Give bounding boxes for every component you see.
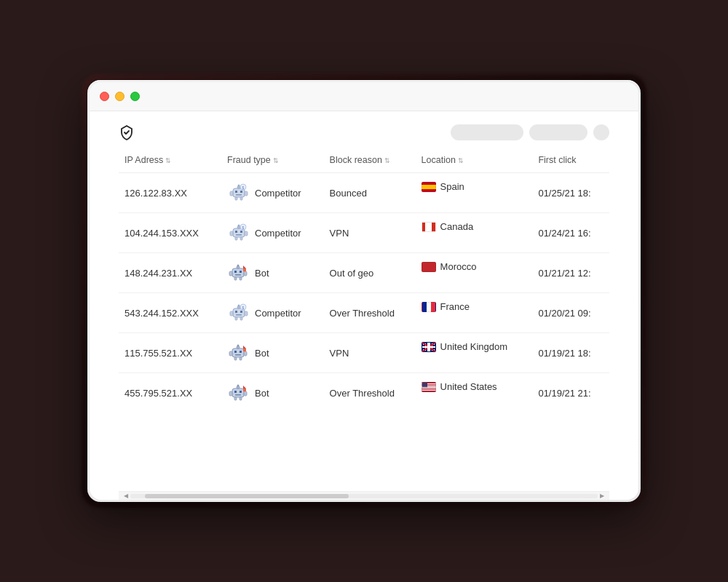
logo-icon bbox=[119, 124, 135, 140]
svg-point-51 bbox=[237, 345, 240, 347]
header bbox=[90, 111, 638, 148]
svg-rect-58 bbox=[240, 391, 242, 393]
svg-rect-36 bbox=[240, 311, 242, 313]
svg-point-61 bbox=[237, 385, 240, 387]
table-scroll-wrapper: IP Adress⇅Fraud type⇅Block reason⇅Locati… bbox=[119, 148, 609, 491]
fraud-type-label: Competitor bbox=[255, 308, 301, 319]
column-header-block_reason[interactable]: Block reason⇅ bbox=[324, 148, 416, 173]
svg-rect-63 bbox=[244, 391, 247, 396]
svg-point-5 bbox=[238, 185, 240, 187]
cell-first-click: 01/25/21 18: bbox=[532, 173, 609, 213]
table-row[interactable]: 148.244.231.XX BotOut of geoMorocco01/21… bbox=[119, 253, 609, 293]
svg-rect-55 bbox=[240, 357, 242, 360]
location-name: Canada bbox=[440, 221, 474, 232]
sort-icon-ip[interactable]: ⇅ bbox=[165, 157, 171, 164]
header-control-2[interactable] bbox=[529, 124, 587, 140]
svg-rect-27 bbox=[235, 274, 241, 276]
cell-ip: 104.244.153.XXX bbox=[119, 213, 221, 253]
cell-location: Spain bbox=[416, 173, 533, 200]
cell-ip: 543.244.152.XXX bbox=[119, 293, 221, 333]
svg-rect-35 bbox=[235, 311, 237, 313]
svg-point-29 bbox=[237, 265, 240, 267]
svg-rect-30 bbox=[229, 271, 232, 276]
sort-icon-block_reason[interactable]: ⇅ bbox=[384, 157, 390, 164]
location-name: Spain bbox=[440, 181, 464, 192]
svg-text:$: $ bbox=[242, 306, 245, 310]
cell-fraud-type: Bot bbox=[221, 373, 324, 413]
svg-rect-9 bbox=[240, 197, 242, 200]
svg-rect-59 bbox=[235, 394, 241, 396]
svg-rect-2 bbox=[240, 191, 242, 193]
column-header-ip[interactable]: IP Adress⇅ bbox=[119, 148, 221, 173]
data-table: IP Adress⇅Fraud type⇅Block reason⇅Locati… bbox=[119, 148, 609, 412]
scroll-right-arrow[interactable]: ▶ bbox=[598, 492, 606, 501]
svg-rect-43 bbox=[240, 317, 242, 320]
table-container: IP Adress⇅Fraud type⇅Block reason⇅Locati… bbox=[90, 148, 638, 500]
logo bbox=[119, 124, 141, 140]
browser-window: IP Adress⇅Fraud type⇅Block reason⇅Locati… bbox=[90, 82, 638, 500]
cell-first-click: 01/20/21 09: bbox=[532, 293, 609, 333]
cell-block-reason: VPN bbox=[324, 213, 416, 253]
flag-spain bbox=[422, 182, 436, 192]
cell-ip: 126.122.83.XX bbox=[119, 173, 221, 213]
maximize-button[interactable] bbox=[130, 92, 140, 101]
cell-block-reason: Over Threshold bbox=[324, 293, 416, 333]
svg-rect-20 bbox=[235, 237, 237, 240]
cell-location: United States bbox=[416, 373, 533, 400]
header-controls bbox=[451, 124, 609, 140]
cell-block-reason: VPN bbox=[324, 333, 416, 373]
svg-rect-33 bbox=[240, 277, 242, 280]
flag-france bbox=[422, 302, 436, 312]
table-row[interactable]: 115.755.521.XX BotVPNUnited Kingdom01/19… bbox=[119, 333, 609, 373]
cell-first-click: 01/19/21 21: bbox=[532, 373, 609, 413]
table-row[interactable]: 126.122.83.XX $ CompetitorBouncedSpain01… bbox=[119, 173, 609, 213]
svg-rect-40 bbox=[230, 311, 233, 316]
svg-rect-46 bbox=[232, 348, 244, 357]
svg-rect-65 bbox=[240, 397, 242, 400]
flag-us bbox=[422, 382, 436, 392]
svg-rect-24 bbox=[232, 268, 244, 277]
svg-point-17 bbox=[238, 225, 240, 227]
svg-rect-62 bbox=[229, 391, 232, 396]
minimize-button[interactable] bbox=[115, 92, 124, 101]
sort-icon-fraud_type[interactable]: ⇅ bbox=[273, 157, 279, 164]
sort-icon-location[interactable]: ⇅ bbox=[458, 157, 464, 164]
cell-location: France bbox=[416, 293, 533, 320]
column-header-first_click: First click bbox=[532, 148, 609, 173]
cell-block-reason: Bounced bbox=[324, 173, 416, 213]
scrollbar-track[interactable] bbox=[130, 494, 598, 498]
flag-morocco bbox=[422, 262, 436, 272]
device-frame: IP Adress⇅Fraud type⇅Block reason⇅Locati… bbox=[87, 80, 641, 502]
cell-fraud-type: Bot bbox=[221, 333, 324, 373]
fraud-type-label: Competitor bbox=[255, 228, 301, 239]
cell-block-reason: Out of geo bbox=[324, 253, 416, 293]
svg-rect-3 bbox=[236, 194, 242, 196]
column-header-fraud_type[interactable]: Fraud type⇅ bbox=[221, 148, 324, 173]
scrollbar-thumb[interactable] bbox=[145, 494, 349, 498]
svg-rect-52 bbox=[229, 351, 232, 356]
cell-fraud-type: $ Competitor bbox=[221, 213, 324, 253]
table-row[interactable]: 104.244.153.XXX $ CompetitorVPNCanada01/… bbox=[119, 213, 609, 253]
close-button[interactable] bbox=[100, 92, 109, 101]
svg-rect-56 bbox=[232, 388, 244, 397]
titlebar bbox=[90, 82, 638, 111]
scroll-left-arrow[interactable]: ◀ bbox=[122, 492, 130, 501]
window-content: IP Adress⇅Fraud type⇅Block reason⇅Locati… bbox=[90, 111, 638, 500]
horizontal-scrollbar[interactable]: ◀ ▶ bbox=[119, 491, 609, 500]
svg-rect-15 bbox=[236, 234, 242, 236]
column-header-location[interactable]: Location⇅ bbox=[416, 148, 533, 173]
cell-first-click: 01/24/21 16: bbox=[532, 213, 609, 253]
svg-rect-1 bbox=[235, 191, 237, 193]
table-row[interactable]: 543.244.152.XXX $ CompetitorOver Thresho… bbox=[119, 293, 609, 333]
svg-rect-18 bbox=[230, 231, 233, 236]
svg-rect-32 bbox=[234, 277, 237, 280]
header-control-1[interactable] bbox=[451, 124, 523, 140]
table-header: IP Adress⇅Fraud type⇅Block reason⇅Locati… bbox=[119, 148, 609, 173]
cell-fraud-type: $ Competitor bbox=[221, 293, 324, 333]
header-control-3[interactable] bbox=[593, 124, 609, 140]
table-row[interactable]: 455.795.521.XX BotOver ThresholdUnited S… bbox=[119, 373, 609, 413]
svg-rect-57 bbox=[234, 391, 237, 393]
svg-rect-47 bbox=[234, 351, 237, 353]
cell-ip: 115.755.521.XX bbox=[119, 333, 221, 373]
svg-text:$: $ bbox=[242, 186, 245, 190]
